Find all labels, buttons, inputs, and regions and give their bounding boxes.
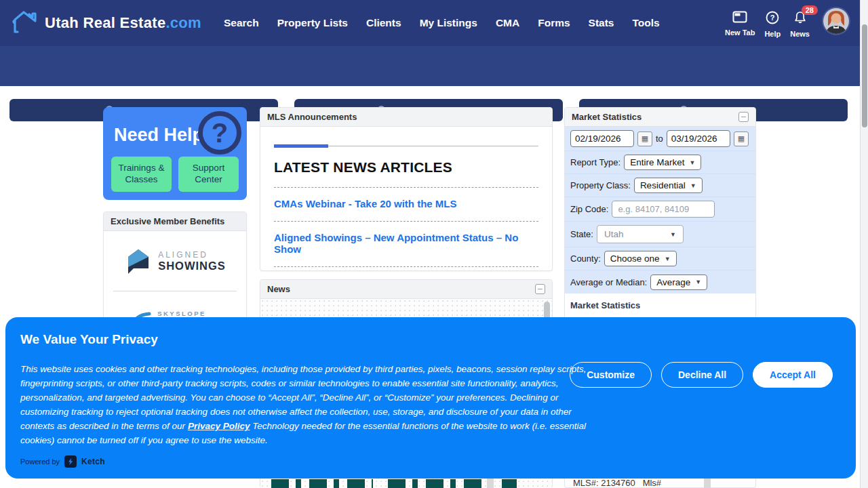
cropped-news-headline <box>388 479 517 488</box>
state-row: State: Utah▼ <box>565 222 755 247</box>
customize-button[interactable]: Customize <box>570 362 652 388</box>
nav-my-listings[interactable]: My Listings <box>420 17 477 29</box>
market-stats-results-title: Market Statistics <box>570 300 750 310</box>
nav-tools[interactable]: Tools <box>632 17 659 29</box>
report-type-select[interactable]: Entire Market▼ <box>624 155 701 170</box>
nav-property-lists[interactable]: Property Lists <box>277 17 348 29</box>
chevron-down-icon: ▼ <box>689 159 695 166</box>
aligned-showings-icon <box>124 246 153 276</box>
aligned-showings-logo[interactable]: ALIGNED SHOWINGS <box>104 231 246 291</box>
search-band: Search Address Search Agent or Office Se… <box>0 46 868 86</box>
ketch-logo-icon <box>64 455 77 468</box>
county-select[interactable]: Choose one▼ <box>604 251 677 266</box>
collapse-icon[interactable] <box>738 112 749 122</box>
news-button[interactable]: 28 News <box>790 7 810 38</box>
mls-announcements-panel: MLS Announcements LATEST NEWS ARTICLES C… <box>260 107 553 271</box>
nav-clients[interactable]: Clients <box>366 17 401 29</box>
zip-code-label: Zip Code: <box>570 204 608 214</box>
carousel-progress <box>274 144 538 148</box>
dashed-divider <box>274 187 538 188</box>
need-help-card: Need Help ? Trainings & Classes Support … <box>103 107 247 200</box>
state-label: State: <box>570 229 593 239</box>
date-from-input[interactable] <box>570 130 634 147</box>
cropped-news-headline <box>271 479 373 488</box>
nav-cma[interactable]: CMA <box>496 17 519 29</box>
average-median-select[interactable]: Average▼ <box>650 274 707 290</box>
report-type-label: Report Type: <box>570 157 620 167</box>
market-stats-title: Market Statistics <box>572 112 642 122</box>
decline-all-button[interactable]: Decline All <box>661 362 743 388</box>
chevron-down-icon: ▼ <box>690 182 696 189</box>
to-label: to <box>656 134 663 144</box>
news-article-link[interactable]: CMAs Webinar - Take 20 with the MLS <box>274 198 538 209</box>
benefits-title: Exclusive Member Benefits <box>111 216 224 226</box>
help-button[interactable]: ? Help <box>764 7 781 38</box>
news-title: News <box>267 284 290 294</box>
browser-scrollbar[interactable] <box>860 0 868 488</box>
state-select[interactable]: Utah▼ <box>597 225 684 243</box>
new-tab-icon <box>732 11 747 26</box>
header-actions: New Tab ? Help 28 News <box>725 7 850 38</box>
new-tab-button[interactable]: New Tab <box>725 7 755 37</box>
calendar-icon[interactable]: ▦ <box>734 131 749 146</box>
accept-all-button[interactable]: Accept All <box>753 362 833 388</box>
news-count-badge: 28 <box>802 5 818 15</box>
carousel-progress-fill <box>274 144 328 148</box>
zip-code-input[interactable] <box>612 201 715 218</box>
main-navigation: Search Property Lists Clients My Listing… <box>224 0 660 46</box>
dashed-divider <box>274 221 538 222</box>
date-to-input[interactable] <box>667 130 730 147</box>
chevron-down-icon: ▼ <box>695 279 701 285</box>
cropped-mls-row: MLS#: 2134760 Mls# <box>573 478 661 487</box>
property-class-select[interactable]: Residential▼ <box>634 178 703 193</box>
county-row: County: Choose one▼ <box>565 247 755 270</box>
report-type-row: Report Type: Entire Market▼ <box>565 151 755 174</box>
cookie-consent-banner: We Value Your Privacy This website uses … <box>5 317 856 479</box>
nav-forms[interactable]: Forms <box>538 17 570 29</box>
trainings-classes-button[interactable]: Trainings & Classes <box>111 157 172 192</box>
brand-name: Utah Real Estate.com <box>45 14 201 32</box>
county-label: County: <box>570 253 601 264</box>
chevron-down-icon: ▼ <box>670 231 676 238</box>
nav-search[interactable]: Search <box>224 17 259 29</box>
panel-edge-sliver <box>487 479 494 488</box>
chevron-down-icon: ▼ <box>665 256 671 262</box>
property-class-row: Property Class: Residential▼ <box>565 174 755 197</box>
support-center-button[interactable]: Support Center <box>178 157 239 192</box>
powered-by-ketch[interactable]: Powered by Ketch <box>20 455 105 468</box>
svg-text:?: ? <box>770 14 775 22</box>
privacy-banner-text: This website uses cookies and other trac… <box>20 362 597 447</box>
privacy-policy-link[interactable]: Privacy Policy <box>188 421 250 431</box>
average-median-row: Average or Median: Average▼ <box>565 270 755 293</box>
average-median-label: Average or Median: <box>570 277 647 287</box>
property-class-label: Property Class: <box>570 180 631 190</box>
privacy-banner-title: We Value Your Privacy <box>20 332 158 347</box>
news-article-link[interactable]: Aligned Showings – New Appointment Statu… <box>274 232 538 255</box>
date-range-row: ▦ to ▦ <box>565 127 755 151</box>
panel-edge-sliver <box>704 479 711 488</box>
site-logo[interactable]: Utah Real Estate.com <box>9 8 201 38</box>
calendar-icon[interactable]: ▦ <box>637 131 652 146</box>
zip-code-row: Zip Code: <box>565 197 755 222</box>
help-icon: ? <box>766 11 779 27</box>
house-logo-icon <box>9 8 41 38</box>
dashed-divider <box>274 266 538 267</box>
need-help-title: Need Help <box>114 125 203 146</box>
nav-stats[interactable]: Stats <box>589 17 614 29</box>
announcements-title: MLS Announcements <box>267 112 357 122</box>
latest-news-heading: LATEST NEWS ARTICLES <box>274 159 538 176</box>
user-avatar[interactable] <box>822 7 850 35</box>
scrollbar-thumb[interactable] <box>862 24 867 127</box>
collapse-icon[interactable] <box>535 284 545 294</box>
question-mark-icon: ? <box>198 111 241 155</box>
top-navigation-bar: Utah Real Estate.com Search Property Lis… <box>0 0 868 46</box>
